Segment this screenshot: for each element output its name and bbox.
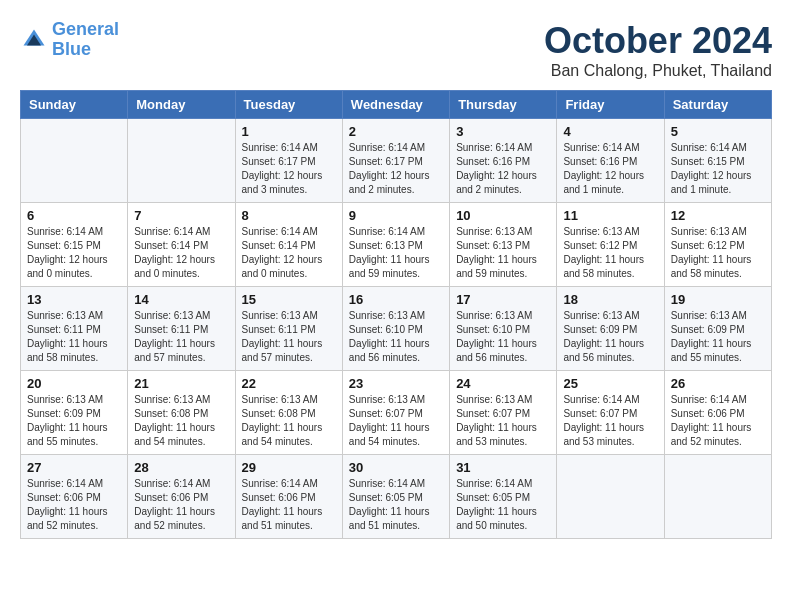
page-header: General Blue October 2024 Ban Chalong, P… [20,20,772,80]
calendar-cell: 22Sunrise: 6:13 AM Sunset: 6:08 PM Dayli… [235,371,342,455]
calendar-cell: 19Sunrise: 6:13 AM Sunset: 6:09 PM Dayli… [664,287,771,371]
calendar-cell: 21Sunrise: 6:13 AM Sunset: 6:08 PM Dayli… [128,371,235,455]
title-block: October 2024 Ban Chalong, Phuket, Thaila… [544,20,772,80]
logo-line2: Blue [52,39,91,59]
calendar-cell: 8Sunrise: 6:14 AM Sunset: 6:14 PM Daylig… [235,203,342,287]
day-number: 16 [349,292,443,307]
calendar-cell: 5Sunrise: 6:14 AM Sunset: 6:15 PM Daylig… [664,119,771,203]
day-info: Sunrise: 6:14 AM Sunset: 6:14 PM Dayligh… [242,225,336,281]
day-number: 7 [134,208,228,223]
day-number: 14 [134,292,228,307]
day-info: Sunrise: 6:14 AM Sunset: 6:17 PM Dayligh… [242,141,336,197]
month-title: October 2024 [544,20,772,62]
day-info: Sunrise: 6:14 AM Sunset: 6:16 PM Dayligh… [563,141,657,197]
day-number: 26 [671,376,765,391]
day-number: 12 [671,208,765,223]
day-info: Sunrise: 6:13 AM Sunset: 6:10 PM Dayligh… [456,309,550,365]
day-number: 22 [242,376,336,391]
calendar-week-0: 1Sunrise: 6:14 AM Sunset: 6:17 PM Daylig… [21,119,772,203]
day-info: Sunrise: 6:13 AM Sunset: 6:07 PM Dayligh… [349,393,443,449]
day-number: 25 [563,376,657,391]
location-title: Ban Chalong, Phuket, Thailand [544,62,772,80]
calendar-cell: 9Sunrise: 6:14 AM Sunset: 6:13 PM Daylig… [342,203,449,287]
calendar-cell: 30Sunrise: 6:14 AM Sunset: 6:05 PM Dayli… [342,455,449,539]
calendar-cell: 29Sunrise: 6:14 AM Sunset: 6:06 PM Dayli… [235,455,342,539]
day-number: 30 [349,460,443,475]
day-number: 24 [456,376,550,391]
day-info: Sunrise: 6:13 AM Sunset: 6:12 PM Dayligh… [563,225,657,281]
day-info: Sunrise: 6:14 AM Sunset: 6:17 PM Dayligh… [349,141,443,197]
day-number: 21 [134,376,228,391]
day-info: Sunrise: 6:14 AM Sunset: 6:16 PM Dayligh… [456,141,550,197]
day-info: Sunrise: 6:13 AM Sunset: 6:09 PM Dayligh… [563,309,657,365]
header-saturday: Saturday [664,91,771,119]
header-friday: Friday [557,91,664,119]
calendar-cell: 12Sunrise: 6:13 AM Sunset: 6:12 PM Dayli… [664,203,771,287]
day-info: Sunrise: 6:13 AM Sunset: 6:08 PM Dayligh… [242,393,336,449]
calendar-cell: 27Sunrise: 6:14 AM Sunset: 6:06 PM Dayli… [21,455,128,539]
calendar-week-1: 6Sunrise: 6:14 AM Sunset: 6:15 PM Daylig… [21,203,772,287]
calendar-cell: 17Sunrise: 6:13 AM Sunset: 6:10 PM Dayli… [450,287,557,371]
day-number: 31 [456,460,550,475]
day-info: Sunrise: 6:14 AM Sunset: 6:06 PM Dayligh… [27,477,121,533]
day-number: 29 [242,460,336,475]
day-number: 23 [349,376,443,391]
calendar-body: 1Sunrise: 6:14 AM Sunset: 6:17 PM Daylig… [21,119,772,539]
day-info: Sunrise: 6:13 AM Sunset: 6:07 PM Dayligh… [456,393,550,449]
header-thursday: Thursday [450,91,557,119]
day-info: Sunrise: 6:13 AM Sunset: 6:11 PM Dayligh… [27,309,121,365]
day-info: Sunrise: 6:14 AM Sunset: 6:15 PM Dayligh… [27,225,121,281]
calendar-cell: 6Sunrise: 6:14 AM Sunset: 6:15 PM Daylig… [21,203,128,287]
header-wednesday: Wednesday [342,91,449,119]
calendar-cell: 3Sunrise: 6:14 AM Sunset: 6:16 PM Daylig… [450,119,557,203]
calendar-cell: 2Sunrise: 6:14 AM Sunset: 6:17 PM Daylig… [342,119,449,203]
day-number: 27 [27,460,121,475]
header-sunday: Sunday [21,91,128,119]
day-info: Sunrise: 6:13 AM Sunset: 6:10 PM Dayligh… [349,309,443,365]
calendar-cell: 24Sunrise: 6:13 AM Sunset: 6:07 PM Dayli… [450,371,557,455]
calendar-cell: 28Sunrise: 6:14 AM Sunset: 6:06 PM Dayli… [128,455,235,539]
calendar-cell: 18Sunrise: 6:13 AM Sunset: 6:09 PM Dayli… [557,287,664,371]
calendar-cell [128,119,235,203]
day-number: 20 [27,376,121,391]
calendar-cell: 20Sunrise: 6:13 AM Sunset: 6:09 PM Dayli… [21,371,128,455]
day-info: Sunrise: 6:13 AM Sunset: 6:11 PM Dayligh… [242,309,336,365]
calendar-cell: 16Sunrise: 6:13 AM Sunset: 6:10 PM Dayli… [342,287,449,371]
day-info: Sunrise: 6:13 AM Sunset: 6:09 PM Dayligh… [27,393,121,449]
calendar-cell: 26Sunrise: 6:14 AM Sunset: 6:06 PM Dayli… [664,371,771,455]
day-number: 15 [242,292,336,307]
calendar-week-2: 13Sunrise: 6:13 AM Sunset: 6:11 PM Dayli… [21,287,772,371]
day-number: 17 [456,292,550,307]
day-number: 28 [134,460,228,475]
calendar-cell: 13Sunrise: 6:13 AM Sunset: 6:11 PM Dayli… [21,287,128,371]
day-number: 1 [242,124,336,139]
header-row: Sunday Monday Tuesday Wednesday Thursday… [21,91,772,119]
day-info: Sunrise: 6:13 AM Sunset: 6:08 PM Dayligh… [134,393,228,449]
header-tuesday: Tuesday [235,91,342,119]
day-number: 2 [349,124,443,139]
day-number: 9 [349,208,443,223]
day-number: 10 [456,208,550,223]
day-info: Sunrise: 6:14 AM Sunset: 6:06 PM Dayligh… [671,393,765,449]
calendar-week-3: 20Sunrise: 6:13 AM Sunset: 6:09 PM Dayli… [21,371,772,455]
header-monday: Monday [128,91,235,119]
logo-text: General Blue [52,20,119,60]
calendar-header: Sunday Monday Tuesday Wednesday Thursday… [21,91,772,119]
day-info: Sunrise: 6:14 AM Sunset: 6:15 PM Dayligh… [671,141,765,197]
calendar-cell: 14Sunrise: 6:13 AM Sunset: 6:11 PM Dayli… [128,287,235,371]
day-number: 11 [563,208,657,223]
calendar-cell: 25Sunrise: 6:14 AM Sunset: 6:07 PM Dayli… [557,371,664,455]
calendar-table: Sunday Monday Tuesday Wednesday Thursday… [20,90,772,539]
day-info: Sunrise: 6:14 AM Sunset: 6:06 PM Dayligh… [242,477,336,533]
calendar-cell: 1Sunrise: 6:14 AM Sunset: 6:17 PM Daylig… [235,119,342,203]
day-info: Sunrise: 6:13 AM Sunset: 6:13 PM Dayligh… [456,225,550,281]
day-number: 3 [456,124,550,139]
day-info: Sunrise: 6:14 AM Sunset: 6:07 PM Dayligh… [563,393,657,449]
day-number: 18 [563,292,657,307]
logo: General Blue [20,20,119,60]
day-number: 19 [671,292,765,307]
day-info: Sunrise: 6:14 AM Sunset: 6:05 PM Dayligh… [456,477,550,533]
calendar-cell: 15Sunrise: 6:13 AM Sunset: 6:11 PM Dayli… [235,287,342,371]
calendar-cell: 10Sunrise: 6:13 AM Sunset: 6:13 PM Dayli… [450,203,557,287]
calendar-cell: 7Sunrise: 6:14 AM Sunset: 6:14 PM Daylig… [128,203,235,287]
